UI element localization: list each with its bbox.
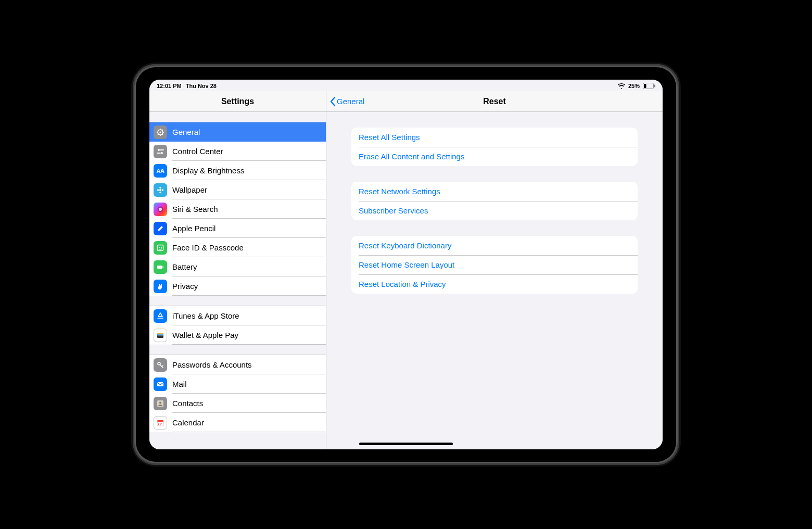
sidebar-item-label: Calendar — [172, 418, 204, 427]
svg-point-23 — [159, 208, 162, 211]
svg-rect-1 — [644, 84, 646, 88]
sidebar-item-control-center[interactable]: Control Center — [149, 142, 326, 161]
status-time: 12:01 PM — [157, 83, 182, 89]
svg-point-15 — [161, 152, 163, 154]
sidebar-item-faceid[interactable]: Face ID & Passcode — [149, 238, 326, 257]
svg-point-17 — [159, 189, 161, 191]
reset-option-reset-network[interactable]: Reset Network Settings — [351, 182, 638, 201]
sidebar-item-wallet[interactable]: Wallet & Apple Pay — [149, 325, 326, 345]
appstore-icon — [154, 309, 167, 323]
svg-rect-32 — [157, 334, 163, 335]
screen: 12:01 PM Thu Nov 28 25% Settings General… — [149, 80, 663, 449]
gear-icon — [154, 125, 167, 139]
svg-line-9 — [158, 130, 158, 130]
detail-pane: General Reset Reset All SettingsErase Al… — [326, 91, 663, 449]
sidebar-item-display[interactable]: AADisplay & Brightness — [149, 161, 326, 180]
svg-rect-27 — [157, 266, 162, 269]
pencil-icon — [154, 222, 167, 235]
battery-icon — [154, 260, 167, 274]
back-label: General — [337, 97, 364, 106]
sidebar-item-siri[interactable]: Siri & Search — [149, 199, 326, 219]
sidebar-item-calendar[interactable]: Calendar — [149, 413, 326, 432]
flower-icon — [154, 183, 167, 197]
sidebar-item-label: Battery — [172, 262, 197, 271]
svg-rect-44 — [158, 424, 159, 425]
sidebar-item-pencil[interactable]: Apple Pencil — [149, 219, 326, 238]
svg-point-13 — [158, 149, 160, 151]
back-button[interactable]: General — [329, 91, 364, 111]
sidebar-item-wallpaper[interactable]: Wallpaper — [149, 180, 326, 199]
svg-point-4 — [159, 131, 161, 133]
status-battery-pct: 25% — [628, 83, 640, 89]
reset-option-erase-all[interactable]: Erase All Content and Settings — [351, 147, 638, 166]
sidebar-item-battery[interactable]: Battery — [149, 257, 326, 276]
wallet-icon — [154, 329, 167, 342]
sidebar-title-bar: Settings — [149, 91, 326, 112]
detail-title-bar: General Reset — [326, 91, 663, 112]
status-date: Thu Nov 28 — [186, 83, 217, 89]
svg-rect-24 — [158, 245, 163, 250]
sidebar-item-label: Apple Pencil — [172, 224, 215, 233]
AA-icon: AA — [154, 164, 167, 178]
detail-group: Reset Keyboard DictionaryReset Home Scre… — [351, 236, 638, 294]
svg-point-38 — [159, 401, 161, 404]
chevron-left-icon — [329, 96, 336, 107]
svg-point-25 — [159, 247, 160, 248]
detail-group: Reset All SettingsErase All Content and … — [351, 128, 638, 166]
svg-point-21 — [162, 189, 164, 191]
sidebar-item-label: Wallpaper — [172, 185, 207, 194]
detail-group: Reset Network SettingsSubscriber Service… — [351, 182, 638, 220]
mail-icon — [154, 377, 167, 391]
sidebar-item-label: Siri & Search — [172, 205, 218, 213]
contacts-icon — [154, 397, 167, 410]
svg-rect-43 — [161, 423, 162, 424]
detail-title: Reset — [483, 97, 506, 106]
sidebar-item-label: Contacts — [172, 399, 203, 408]
svg-line-35 — [162, 366, 163, 367]
home-indicator[interactable] — [359, 443, 453, 445]
sidebar-item-general[interactable]: General — [149, 122, 326, 142]
status-bar: 12:01 PM Thu Nov 28 25% — [149, 80, 663, 91]
svg-rect-28 — [163, 266, 164, 268]
wifi-icon — [618, 83, 625, 89]
sidebar-item-privacy[interactable]: Privacy — [149, 276, 326, 296]
sidebar-item-mail[interactable]: Mail — [149, 374, 326, 394]
svg-rect-42 — [160, 423, 161, 424]
calendar-icon — [154, 416, 167, 430]
sliders-icon — [154, 145, 167, 158]
sidebar-item-label: Wallet & Apple Pay — [172, 331, 238, 339]
reset-option-reset-all[interactable]: Reset All Settings — [351, 128, 638, 147]
siri-icon — [154, 203, 167, 216]
sidebar-group-gap — [149, 296, 326, 306]
key-icon — [154, 358, 167, 372]
reset-option-reset-location[interactable]: Reset Location & Privacy — [351, 274, 638, 294]
sidebar-item-passwords[interactable]: Passwords & Accounts — [149, 355, 326, 374]
svg-line-10 — [162, 134, 163, 134]
sidebar-item-label: Mail — [172, 380, 187, 388]
sidebar-item-appstore[interactable]: iTunes & App Store — [149, 306, 326, 325]
sidebar-item-label: iTunes & App Store — [172, 311, 239, 320]
svg-rect-41 — [158, 423, 159, 424]
reset-option-subscriber[interactable]: Subscriber Services — [351, 201, 638, 220]
reset-option-reset-keyboard[interactable]: Reset Keyboard Dictionary — [351, 236, 638, 255]
sidebar-item-label: Control Center — [172, 147, 223, 156]
sidebar-item-label: Display & Brightness — [172, 166, 244, 175]
ipad-device-frame: 12:01 PM Thu Nov 28 25% Settings General… — [133, 64, 679, 465]
sidebar-item-contacts[interactable]: Contacts — [149, 394, 326, 413]
face-icon — [154, 241, 167, 255]
svg-point-19 — [159, 191, 161, 193]
sidebar-item-label: General — [172, 128, 200, 136]
svg-rect-40 — [157, 420, 163, 422]
svg-line-12 — [162, 130, 163, 130]
svg-rect-45 — [160, 424, 161, 425]
sidebar-item-label: Face ID & Passcode — [172, 243, 244, 252]
svg-point-18 — [159, 186, 161, 188]
reset-option-reset-home[interactable]: Reset Home Screen Layout — [351, 255, 638, 274]
settings-sidebar: Settings GeneralControl CenterAADisplay … — [149, 91, 326, 449]
svg-point-26 — [161, 247, 162, 248]
sidebar-group-gap — [149, 112, 326, 122]
sidebar-group-gap — [149, 345, 326, 355]
svg-point-20 — [157, 189, 159, 191]
svg-rect-2 — [654, 85, 655, 87]
svg-line-11 — [158, 134, 158, 134]
